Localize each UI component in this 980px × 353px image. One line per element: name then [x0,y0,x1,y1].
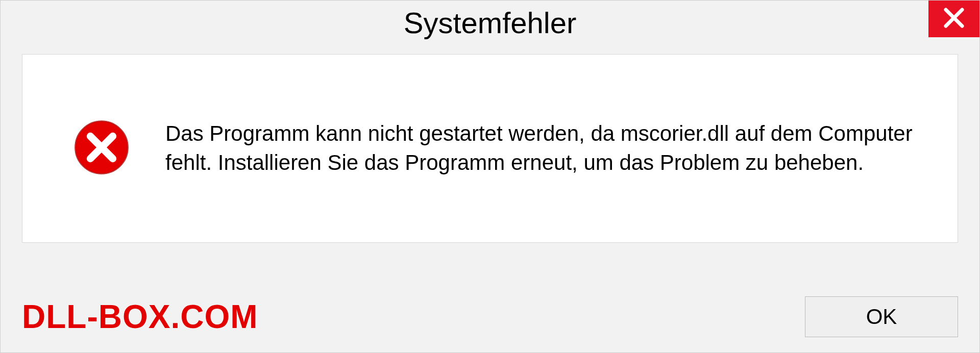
close-icon [942,6,966,32]
close-button[interactable] [928,1,979,37]
titlebar: Systemfehler [1,1,979,46]
content-panel: Das Programm kann nicht gestartet werden… [22,54,958,243]
error-dialog: Systemfehler Das Programm kann nicht ges… [0,0,980,353]
ok-button[interactable]: OK [805,296,958,337]
dialog-title: Systemfehler [404,6,576,40]
dialog-footer: DLL-BOX.COM OK [1,281,979,352]
watermark-text: DLL-BOX.COM [22,298,258,336]
ok-button-label: OK [866,305,897,329]
error-icon [74,119,130,178]
error-message: Das Programm kann nicht gestartet werden… [165,119,932,177]
